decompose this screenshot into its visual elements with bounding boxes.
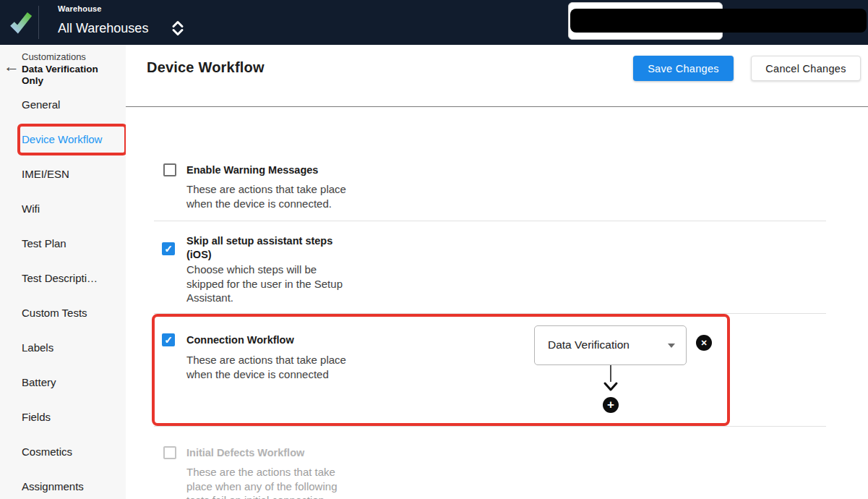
setting-description-connection-workflow: These are actions that take place when t… bbox=[186, 353, 356, 381]
workflow-select-value: Data Verification bbox=[548, 338, 629, 351]
enable-warning-messages-checkbox[interactable] bbox=[163, 163, 176, 176]
setting-title-connection-workflow: Connection Workflow bbox=[186, 333, 347, 347]
redaction-box bbox=[570, 9, 867, 33]
row-divider bbox=[154, 426, 826, 427]
top-bar: Warehouse All Warehouses bbox=[0, 0, 868, 45]
cancel-button[interactable]: Cancel Changes bbox=[751, 56, 861, 81]
sidebar-item-wifi[interactable]: Wifi bbox=[0, 192, 126, 226]
setting-title-enable-warning: Enable Warning Messages bbox=[186, 163, 347, 177]
sidebar-item-labels[interactable]: Labels bbox=[0, 330, 126, 365]
initial-defects-workflow-checkbox bbox=[163, 446, 176, 459]
add-workflow-step-button[interactable]: + bbox=[603, 397, 619, 413]
sidebar-item-device-workflow[interactable]: Device Workflow bbox=[0, 122, 126, 157]
sidebar-item-test-descriptions[interactable]: Test Descripti… bbox=[0, 261, 126, 296]
sidebar-item-assignments[interactable]: Assignments bbox=[0, 469, 126, 499]
sidebar-item-fields[interactable]: Fields bbox=[0, 400, 126, 435]
skip-setup-assistant-checkbox[interactable]: ✓ bbox=[162, 242, 175, 255]
sidebar: ← Customizations Data Verification Only … bbox=[0, 45, 126, 499]
row-divider bbox=[154, 313, 826, 314]
check-icon: ✓ bbox=[164, 334, 173, 346]
remove-workflow-button[interactable]: ✕ bbox=[696, 335, 712, 351]
check-icon: ✓ bbox=[164, 243, 173, 255]
checkmark-logo-icon[interactable] bbox=[7, 9, 35, 36]
connector-arrow-icon bbox=[600, 365, 622, 398]
sidebar-item-cosmetics[interactable]: Cosmetics bbox=[0, 435, 126, 469]
caret-down-icon bbox=[668, 344, 675, 348]
setting-title-initial-defects: Initial Defects Workflow bbox=[186, 446, 347, 460]
close-icon: ✕ bbox=[700, 338, 707, 347]
header-divider bbox=[38, 6, 39, 39]
warehouse-label: Warehouse bbox=[58, 4, 102, 13]
sidebar-item-test-plan[interactable]: Test Plan bbox=[0, 226, 126, 261]
sidebar-item-battery[interactable]: Battery bbox=[0, 365, 126, 400]
page-title: Device Workflow bbox=[147, 59, 265, 76]
setting-description-skip-setup: Choose which steps will be skipped for t… bbox=[186, 263, 356, 305]
sidebar-title: Data Verification Only bbox=[22, 64, 107, 87]
app-window: Warehouse All Warehouses ← Customization… bbox=[0, 0, 868, 499]
sidebar-item-custom-tests[interactable]: Custom Tests bbox=[0, 296, 126, 330]
sidebar-item-imei-esn[interactable]: IMEI/ESN bbox=[0, 157, 126, 192]
sidebar-nav: General Device Workflow IMEI/ESN Wifi Te… bbox=[0, 88, 126, 499]
unfold-more-icon[interactable] bbox=[168, 19, 187, 38]
row-divider bbox=[154, 221, 826, 221]
breadcrumb[interactable]: Customizations bbox=[22, 51, 86, 62]
back-arrow-icon[interactable]: ← bbox=[4, 59, 20, 74]
save-button[interactable]: Save Changes bbox=[633, 56, 734, 81]
workflow-select[interactable]: Data Verification bbox=[534, 325, 687, 365]
title-divider bbox=[126, 106, 868, 107]
main-content: Device Workflow Save Changes Cancel Chan… bbox=[126, 45, 868, 499]
sidebar-item-general[interactable]: General bbox=[0, 88, 126, 122]
setting-description-initial-defects: These are the actions that take place wh… bbox=[186, 465, 356, 499]
connection-workflow-checkbox[interactable]: ✓ bbox=[162, 333, 175, 346]
setting-description-enable-warning: These are actions that take place when t… bbox=[186, 182, 356, 210]
plus-icon: + bbox=[607, 398, 614, 411]
setting-title-skip-setup: Skip all setup assistant steps (iOS) bbox=[186, 234, 347, 262]
warehouse-selector[interactable]: All Warehouses bbox=[58, 21, 148, 36]
